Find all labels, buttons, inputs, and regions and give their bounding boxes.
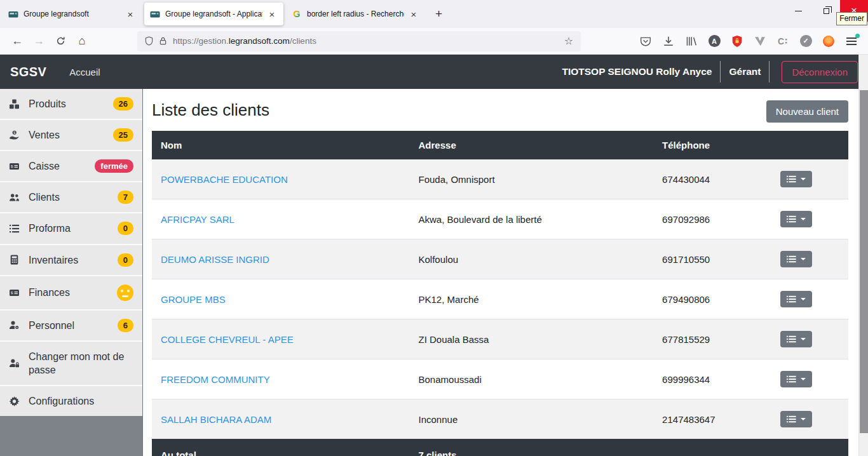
cell-address: Bonamoussadi <box>410 359 654 399</box>
sidebar-item-changer-mon-mot-de-passe[interactable]: Changer mon mot de passe <box>0 342 142 385</box>
lock-icon[interactable] <box>159 36 167 46</box>
extension-orange-icon[interactable] <box>821 34 836 49</box>
page-scrollbar[interactable] <box>858 55 868 456</box>
restore-icon <box>824 8 829 14</box>
list-icon <box>787 375 796 383</box>
cell-phone: 699996344 <box>653 359 771 399</box>
row-actions-dropdown-button[interactable] <box>780 251 812 267</box>
caret-down-icon <box>801 378 806 383</box>
verified-circle-icon[interactable]: ✓ <box>798 34 813 49</box>
back-button[interactable]: ← <box>6 32 28 51</box>
client-name-link[interactable]: FREEDOM COMMUNITY <box>161 374 270 385</box>
tab-close-icon[interactable]: × <box>408 9 419 20</box>
address-bar[interactable]: https://gestion.legrandsoft.com/clients … <box>137 31 581 51</box>
nav-accueil[interactable]: Accueil <box>69 67 100 77</box>
minimize-button[interactable] <box>784 0 812 22</box>
toolbar-extensions: A C ✓ <box>638 34 862 49</box>
sidebar-item-proforma[interactable]: Proforma 0 <box>0 213 142 243</box>
new-tab-button[interactable]: + <box>428 3 450 25</box>
sidebar-badge: 25 <box>113 128 133 142</box>
sidebar-item-inventaires[interactable]: Inventaires 0 <box>0 245 142 275</box>
pocket-icon[interactable] <box>638 34 653 49</box>
col-header-actions <box>771 131 848 159</box>
user-name: TIOTSOP SEIGNOU Rolly Anyce <box>562 66 712 77</box>
cell-phone: 691710550 <box>653 239 771 279</box>
navbar-separator <box>769 61 770 83</box>
sidebar-item-produits[interactable]: Produits 26 <box>0 89 142 119</box>
scrollbar-thumb[interactable] <box>860 90 868 433</box>
reload-button[interactable] <box>50 32 71 51</box>
cell-name: DEUMO ARISSE INGRID <box>152 239 410 279</box>
cell-name: FREEDOM COMMUNITY <box>152 359 410 399</box>
main-content: Liste des clients Nouveau client Nom Adr… <box>143 89 868 456</box>
table-row: POWERBACHE EDUCATION Fouda, Omnisport 67… <box>152 159 848 199</box>
svg-text:G: G <box>294 9 301 19</box>
client-name-link[interactable]: SALLAH BICHARA ADAM <box>161 414 271 425</box>
extension-a-icon[interactable]: A <box>707 34 722 49</box>
sidebar-item-caisse[interactable]: $ Caisse fermée <box>0 151 142 181</box>
col-header-adresse: Adresse <box>410 131 654 159</box>
tracking-shield-icon[interactable] <box>145 36 153 46</box>
sidebar-item-configurations[interactable]: Configurations <box>0 386 142 416</box>
client-name-link[interactable]: AFRICPAY SARL <box>161 214 234 225</box>
forward-button[interactable]: → <box>28 32 50 51</box>
client-name-link[interactable]: COLLEGE CHEVREUL - APEE <box>161 334 294 345</box>
new-client-button[interactable]: Nouveau client <box>766 100 848 123</box>
app-brand[interactable]: SGSV <box>10 65 46 79</box>
google-favicon: G <box>292 9 302 19</box>
sidebar-badge: 0 <box>118 222 133 235</box>
client-name-link[interactable]: DEUMO ARISSE INGRID <box>161 254 269 265</box>
sidebar-item-label: Personnel <box>29 319 118 332</box>
sidebar-item-personnel[interactable]: Personnel 6 <box>0 311 142 340</box>
browser-tab-2[interactable]: Groupe legrandsoft - Application × <box>144 3 283 25</box>
minimize-icon <box>795 11 802 11</box>
money-check-icon: $ <box>9 288 22 298</box>
table-row: COLLEGE CHEVREUL - APEE ZI Douala Bassa … <box>152 319 848 359</box>
list-icon <box>787 175 796 183</box>
row-actions-dropdown-button[interactable] <box>780 291 812 307</box>
browser-tab-bar: Groupe legrandsoft × Groupe legrandsoft … <box>0 0 868 28</box>
client-name-link[interactable]: POWERBACHE EDUCATION <box>161 174 288 185</box>
boxes-icon <box>9 99 22 109</box>
row-actions-dropdown-button[interactable] <box>780 211 812 227</box>
tab-close-icon[interactable]: × <box>125 9 136 20</box>
downloads-icon[interactable] <box>661 34 676 49</box>
sidebar-item-label: Ventes <box>29 128 113 142</box>
sidebar-item-label: Caisse <box>29 159 95 173</box>
list-icon <box>787 255 796 263</box>
col-header-telephone: Téléphone <box>653 131 771 159</box>
col-header-nom: Nom <box>152 131 410 159</box>
sidebar-item-label: Clients <box>29 191 118 204</box>
row-actions-dropdown-button[interactable] <box>780 171 812 187</box>
caret-down-icon <box>801 178 806 183</box>
total-label: Au total <box>152 439 410 456</box>
sidebar-item-label: Configurations <box>29 394 133 408</box>
browser-tab-1[interactable]: Groupe legrandsoft × <box>3 3 142 25</box>
logout-button[interactable]: Déconnexion <box>782 61 858 83</box>
sidebar-item-ventes[interactable]: $ Ventes 25 <box>0 120 142 150</box>
browser-tab-3[interactable]: G border left radius - Recherche Google … <box>286 3 425 25</box>
sidebar-badge-emoji <box>117 285 133 301</box>
row-actions-dropdown-button[interactable] <box>780 411 812 427</box>
client-name-link[interactable]: GROUPE MBS <box>161 294 226 305</box>
cell-name: SALLAH BICHARA ADAM <box>152 399 410 439</box>
row-actions-dropdown-button[interactable] <box>780 371 812 387</box>
tab-close-icon[interactable]: × <box>266 9 278 20</box>
user-lock-icon <box>9 358 22 368</box>
bookmark-star-icon[interactable]: ☆ <box>564 35 573 47</box>
cell-address: Inconnue <box>410 399 654 439</box>
extension-v-icon[interactable] <box>752 34 768 49</box>
cell-address: Kolfoulou <box>410 239 654 279</box>
cash-register-icon: $ <box>9 161 22 171</box>
menu-notification-dot <box>855 34 860 38</box>
app-menu-icon[interactable] <box>844 34 859 49</box>
avast-shield-icon[interactable] <box>729 34 745 49</box>
sidebar-item-clients[interactable]: Clients 7 <box>0 182 142 212</box>
library-icon[interactable] <box>684 34 699 49</box>
gear-icon <box>9 396 22 406</box>
colorzilla-icon[interactable]: C <box>775 34 790 49</box>
home-button[interactable]: ⌂ <box>71 32 93 51</box>
sidebar-item-finances[interactable]: $ Finances <box>0 276 142 309</box>
sidebar-item-label: Changer mon mot de passe <box>29 350 133 377</box>
row-actions-dropdown-button[interactable] <box>780 331 812 347</box>
